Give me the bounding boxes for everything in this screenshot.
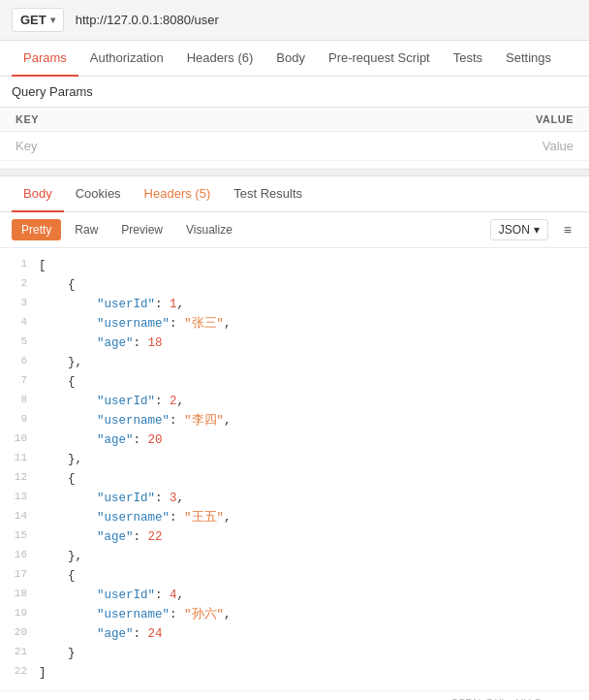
line-content: "age": 18 — [39, 334, 585, 353]
token-num: 4 — [170, 589, 177, 602]
line-number: 16 — [4, 547, 39, 566]
json-format-select[interactable]: JSON ▾ — [490, 219, 548, 240]
tab-tests[interactable]: Tests — [442, 41, 494, 77]
line-number: 2 — [4, 275, 39, 295]
line-number: 21 — [4, 644, 39, 663]
json-line: 22] — [0, 663, 589, 683]
tab-authorization[interactable]: Authorization — [78, 41, 175, 77]
line-number: 4 — [4, 314, 39, 334]
format-raw[interactable]: Raw — [65, 219, 108, 240]
line-content: ] — [39, 663, 585, 683]
token-punct: , — [224, 511, 232, 525]
line-number: 10 — [4, 430, 39, 450]
params-table: KEY VALUE Key Value — [0, 107, 589, 161]
line-content: { — [39, 275, 585, 295]
response-tab-body[interactable]: Body — [12, 176, 64, 212]
token-indent — [39, 317, 97, 331]
json-line: 5 "age": 18 — [0, 334, 589, 353]
token-bracket: [ — [39, 259, 46, 272]
method-select[interactable]: GET ▾ — [12, 8, 64, 32]
line-number: 3 — [4, 295, 39, 314]
token-indent — [39, 530, 97, 544]
token-num: 22 — [148, 530, 163, 544]
line-number: 9 — [4, 411, 39, 430]
token-punct: : — [134, 433, 148, 447]
json-line: 7 { — [0, 372, 589, 392]
token-punct: , — [177, 395, 185, 408]
token-punct: , — [224, 317, 232, 331]
format-preview[interactable]: Preview — [111, 219, 172, 240]
token-punct: : — [170, 414, 184, 428]
line-number: 6 — [4, 353, 39, 372]
token-punct: , — [224, 608, 232, 621]
token-indent — [39, 395, 97, 408]
line-content: "userId": 1, — [39, 295, 585, 314]
token-punct: : — [155, 589, 170, 602]
token-bracket: { — [68, 375, 76, 389]
token-indent — [39, 608, 97, 621]
line-content: "username": "李四", — [39, 411, 585, 430]
key-placeholder[interactable]: Key — [0, 132, 260, 161]
json-line: 2 { — [0, 275, 589, 295]
token-indent — [39, 298, 97, 311]
token-indent — [39, 550, 68, 563]
token-punct: : — [134, 336, 148, 350]
line-number: 18 — [4, 586, 39, 605]
tab-headers[interactable]: Headers (6) — [175, 41, 265, 77]
token-punct: : — [134, 627, 148, 641]
response-tab-testresults[interactable]: Test Results — [222, 176, 314, 212]
json-line: 20 "age": 24 — [0, 624, 589, 644]
token-num: 24 — [148, 627, 163, 641]
line-content: } — [39, 644, 585, 663]
tab-params[interactable]: Params — [12, 41, 78, 77]
token-key: "age" — [97, 336, 134, 350]
line-content: { — [39, 372, 585, 392]
token-bracket: } — [68, 647, 76, 660]
tab-body[interactable]: Body — [264, 41, 317, 77]
token-bracket: { — [68, 278, 76, 292]
line-number: 7 — [4, 372, 39, 392]
response-tab-cookies[interactable]: Cookies — [64, 176, 133, 212]
token-key: "userId" — [97, 492, 155, 505]
json-line: 21 } — [0, 644, 589, 663]
token-punct: : — [170, 317, 184, 331]
json-line: 10 "age": 20 — [0, 430, 589, 450]
value-placeholder[interactable]: Value — [260, 132, 589, 161]
json-line: 11 }, — [0, 450, 589, 469]
url-input[interactable] — [72, 11, 577, 29]
line-content: "age": 24 — [39, 624, 585, 644]
token-num: 1 — [170, 298, 177, 311]
line-content: }, — [39, 547, 585, 566]
footer: CSDN @XiaoHH Superme — [0, 690, 589, 700]
line-number: 14 — [4, 508, 39, 527]
token-punct: , — [177, 589, 185, 602]
format-visualize[interactable]: Visualize — [176, 219, 242, 240]
token-key: "username" — [97, 414, 170, 428]
tab-prerequest[interactable]: Pre-request Script — [317, 41, 442, 77]
token-indent — [39, 647, 68, 660]
method-label: GET — [20, 13, 46, 27]
line-number: 12 — [4, 469, 39, 489]
token-punct: : — [155, 298, 170, 311]
tab-settings[interactable]: Settings — [494, 41, 563, 77]
token-str: "张三" — [184, 317, 224, 331]
token-indent — [39, 472, 68, 486]
line-content: { — [39, 469, 585, 489]
section-divider — [0, 169, 589, 176]
line-number: 13 — [4, 489, 39, 508]
format-pretty[interactable]: Pretty — [12, 219, 61, 240]
token-bracket: }, — [68, 550, 82, 563]
token-indent — [39, 278, 68, 292]
json-line: 15 "age": 22 — [0, 527, 589, 547]
line-number: 8 — [4, 392, 39, 411]
query-params-label: Query Params — [0, 77, 589, 107]
json-body: 1[2 {3 "userId": 1,4 "username": "张三",5 … — [0, 248, 589, 690]
token-punct: , — [177, 492, 185, 505]
wrap-button[interactable]: ≡ — [558, 218, 577, 241]
token-key: "age" — [97, 433, 134, 447]
json-line: 19 "username": "孙六", — [0, 605, 589, 624]
token-punct: : — [155, 492, 170, 505]
json-select-label: JSON — [499, 223, 530, 237]
response-tab-headers[interactable]: Headers (5) — [133, 176, 223, 212]
token-punct: : — [155, 395, 170, 408]
